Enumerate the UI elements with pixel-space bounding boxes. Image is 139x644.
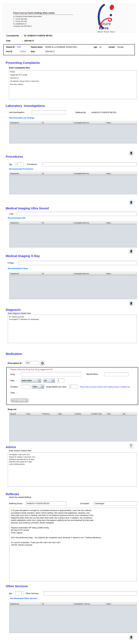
laboratory-title: Laboratory Investigations <box>6 104 45 108</box>
recommended-lab-testings-link[interactable]: Recommended Lab Testings <box>9 117 34 119</box>
other-services-body-empty <box>10 606 136 633</box>
delete-advice-button[interactable] <box>129 443 133 448</box>
column-header: Department <box>10 221 41 224</box>
procedures-field-label: Procedures : <box>27 163 38 166</box>
column-header: Status <box>106 172 136 175</box>
other-services-qty-input[interactable] <box>15 591 24 596</box>
uss-table-body-empty <box>10 224 136 247</box>
column-header: Department <box>10 121 41 124</box>
delete-xray-button[interactable] <box>129 301 133 306</box>
column-header: Investigation/Service <box>73 121 106 124</box>
consulted-by-colon: : <box>22 34 23 37</box>
visit-date-label: Date <box>31 50 35 52</box>
delete-other-services-button[interactable] <box>129 635 133 640</box>
procedures-table: Department ID Investigation/Service Stat… <box>9 172 137 194</box>
drug-input[interactable] <box>21 372 81 376</box>
add-drug-button[interactable]: + Add Drug <box>11 398 28 402</box>
delete-uss-button[interactable] <box>129 249 133 254</box>
column-header: Investigation/Service <box>73 172 106 175</box>
company-address: Le Chainter,Victoria,Mahe,Seychelles <box>13 16 76 17</box>
special-notes-input[interactable] <box>104 372 129 376</box>
frequency-select[interactable]: OD ▼ <box>43 378 55 383</box>
futurecare-logo: Future C♥re Body Mind Soul <box>90 4 124 33</box>
patient-name-value: : MARIE ELLA DAMIENE SHAMA DOU... <box>44 46 78 48</box>
age-value: : 14 <box>98 46 102 48</box>
drug-list-label: Drug List <box>8 408 16 410</box>
special-notes-label: Special Notes : <box>86 373 99 375</box>
lab-tests-table: Department ID Investigation/Service Stat… <box>9 121 137 144</box>
ultrasound-title: Medical Imaging Ultra Sound <box>6 206 49 210</box>
column-header: ID <box>41 221 73 224</box>
lab-referred-by-value: HANECKY FUENTE REYES <box>92 111 116 114</box>
complaints-textarea[interactable]: Review Stopped BP 97/71 mmHg FBC HB 11.3… <box>9 70 137 99</box>
diagnosis-label: Enter Diagnosis Details Here <box>8 312 31 314</box>
column-header: Qty <box>122 412 136 416</box>
duration-input[interactable] <box>21 385 30 389</box>
refresh-prescription-button[interactable] <box>40 361 45 366</box>
column-header: Investigation/Service <box>73 221 106 224</box>
per-meal-input[interactable] <box>69 385 78 389</box>
column-header: ID <box>41 272 73 275</box>
other-services-qty-label: Qty : <box>9 592 13 594</box>
referrals-label: Select the needed Refferal <box>9 496 31 498</box>
xray-input[interactable] <box>18 261 137 265</box>
delete-procedures-button[interactable] <box>129 200 133 205</box>
recommended-xrays-link[interactable]: Recommended X-Rays <box>8 268 28 270</box>
company-phone-1: T: +24 82 593 593 <box>13 18 76 20</box>
uss-input[interactable] <box>17 212 137 216</box>
column-header: Department <box>10 602 41 606</box>
lab-referred-by-label: Reffered By : <box>76 111 87 114</box>
trash-icon <box>130 201 132 204</box>
xray-table-body-empty <box>10 276 136 299</box>
consultant-input[interactable] <box>94 502 137 506</box>
duration-label: Duration : <box>10 386 19 388</box>
other-services-header-row: Department ID Investigation / Service St… <box>10 602 136 606</box>
consult-date-label: Date <box>6 40 10 42</box>
procedures-qty-label: Qty : <box>9 163 13 166</box>
xray-table: Department ID Investigation/Service Stat… <box>9 272 137 299</box>
referral-letter-textarea[interactable]: A 14-year-old patient is brought for con… <box>9 508 137 581</box>
xray-table-header-row: Department ID Investigation/Service Stat… <box>10 272 136 276</box>
refresh-icon <box>41 362 44 364</box>
column-header: ID <box>41 121 73 124</box>
diagnosis-title: Diagnosis <box>6 308 21 312</box>
complaints-label: Enter Complaints Here <box>9 67 30 69</box>
company-phone-2: T: +24 84 225 252 <box>13 20 76 22</box>
uss-table: Department ID Investigation/Service Stat… <box>9 221 137 248</box>
drug-list-table: Drug ID Drug Fequency Way Duration Durat… <box>9 412 137 442</box>
lab-investigation-input[interactable] <box>32 110 66 114</box>
procedures-input[interactable] <box>42 162 137 166</box>
advice-textarea[interactable]: Ferroglobin 1 tab od for 1/12 Vitamin B … <box>8 452 137 486</box>
referring-doctor-input[interactable] <box>26 502 66 506</box>
consulted-by-label: Consulted By <box>6 34 19 37</box>
column-header: Duration <box>74 412 91 416</box>
duration-unit-select[interactable]: Day/s ▼ <box>32 384 44 389</box>
meal-timing-select[interactable]: Before Meal ▼ <box>21 378 41 383</box>
column-header: Way <box>58 412 74 416</box>
prescription-id-input[interactable] <box>25 361 39 365</box>
lab-table-header-row: Department ID Investigation/Service Stat… <box>10 121 136 124</box>
gender-value: : Female <box>116 46 124 48</box>
logo-tagline: Body Mind Soul <box>97 31 115 33</box>
procedures-title: Procedures <box>6 155 23 158</box>
plus-icon: + <box>14 399 16 402</box>
procedures-qty-input[interactable] <box>15 162 23 166</box>
column-header: ID <box>41 172 73 175</box>
recommended-procedures-link[interactable]: Recommended Procedures <box>9 168 33 170</box>
diagnosis-textarea[interactable]: ID- Impress syncope Cervicalgia??? Valor… <box>8 315 137 343</box>
other-services-input[interactable] <box>44 591 137 596</box>
advice-title: Advice <box>6 445 16 449</box>
total-colon: : <box>16 392 17 394</box>
fraction-note: Please add as decimal numbers when addin… <box>80 386 136 388</box>
recommended-other-services-link[interactable]: Recommended Other Services <box>10 598 37 600</box>
delete-lab-tests-button[interactable] <box>129 150 133 156</box>
patient-id-value: 7137 <box>17 46 21 48</box>
chevron-down-icon: ▼ <box>38 379 41 382</box>
way-qty-input[interactable] <box>57 378 64 383</box>
chevron-down-icon: ▼ <box>52 379 55 382</box>
meal-timing-selected-value: Before Meal <box>21 379 38 382</box>
recommended-uss-link[interactable]: Recommended USS <box>8 217 26 219</box>
uss-table-header-row: Department ID Investigation/Service Stat… <box>10 221 136 224</box>
drug-list-body-empty <box>10 416 136 441</box>
company-registration-number: Company No.8417652-2 <box>13 25 76 27</box>
